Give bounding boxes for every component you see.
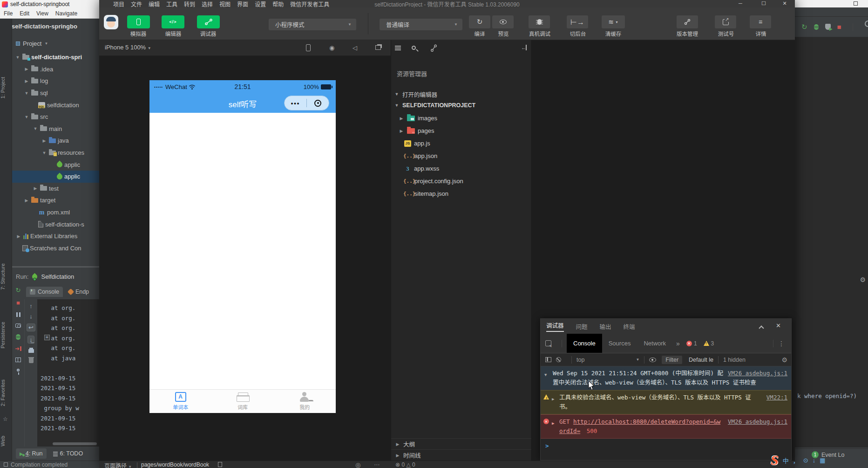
file-list-icon[interactable]: [395, 46, 401, 47]
request-url-link[interactable]: http://localhost:8080/deleteWord?openid=…: [559, 418, 720, 434]
search-icon[interactable]: [412, 46, 416, 50]
print-icon[interactable]: [28, 349, 34, 353]
console-message-warning[interactable]: ▶ VM22:1 工具未校验合法域名、web-view（业务域名）、TLS 版本…: [541, 390, 791, 414]
tree-row-idea[interactable]: ▶.idea: [12, 63, 99, 76]
ime-keyboard-icon[interactable]: ▦: [820, 457, 825, 464]
stop-icon[interactable]: ■: [837, 23, 841, 30]
minimize-button[interactable]: ─: [733, 0, 747, 7]
section-project[interactable]: ▼SELFDICTATIONPROJECT: [391, 100, 531, 111]
rerun-icon[interactable]: ↻: [801, 23, 807, 30]
rerun-icon[interactable]: ↻: [16, 287, 21, 293]
device-rotate-icon[interactable]: [306, 44, 311, 51]
layout-icon[interactable]: [15, 358, 21, 362]
ime-punct-icon[interactable]: ，: [793, 456, 799, 465]
tree-row-selfdictation-sql[interactable]: selfdictation: [12, 99, 99, 111]
menu-select[interactable]: 选择: [202, 0, 213, 8]
ellipsis-icon[interactable]: ⋯: [374, 461, 380, 468]
record-dot-icon[interactable]: ◎: [355, 461, 360, 468]
debugger-toggle-button[interactable]: [197, 15, 220, 28]
git-branch-icon[interactable]: [430, 44, 437, 52]
menu-interface[interactable]: 界面: [237, 0, 248, 8]
clear-cache-button[interactable]: ≋▼: [602, 15, 625, 28]
menu-navigate[interactable]: Navigate: [55, 10, 77, 17]
menu-view[interactable]: View: [36, 10, 48, 17]
test-account-button[interactable]: [715, 15, 736, 28]
sidebar-tab-structure[interactable]: 7: Structure: [0, 263, 12, 290]
tab-problems[interactable]: 问题: [576, 322, 588, 331]
tree-row-external-libraries[interactable]: ▶External Libraries: [12, 230, 99, 242]
dump-threads-icon[interactable]: [15, 323, 21, 328]
close-icon[interactable]: ✕: [776, 322, 781, 329]
ime-emoji-icon[interactable]: ⊙: [803, 457, 808, 464]
tree-row-application-1[interactable]: applic: [12, 158, 99, 171]
debug-icon[interactable]: [814, 24, 819, 30]
real-device-debug-button[interactable]: [529, 15, 550, 28]
inspect-icon[interactable]: [545, 340, 551, 346]
menu-file[interactable]: 文件: [131, 0, 142, 8]
star-icon[interactable]: ☆: [3, 416, 8, 422]
ime-mic-icon[interactable]: ↓: [813, 457, 816, 464]
source-link[interactable]: VM26 asdebug.js:1: [728, 417, 787, 427]
phone-screen[interactable]: ••••• WeChat 21:51 100% self听写 •••: [149, 80, 336, 413]
breadcrumb[interactable]: self-dictation-springbo: [2, 21, 99, 32]
console-prompt[interactable]: >: [541, 439, 791, 454]
down-stack-icon[interactable]: ↓: [29, 313, 33, 319]
menu-settings[interactable]: 设置: [255, 0, 266, 8]
tab-endpoints[interactable]: Endp: [65, 287, 93, 297]
menu-edit[interactable]: 编辑: [149, 0, 160, 8]
tree-row-test[interactable]: ▶test: [12, 183, 99, 195]
section-outline[interactable]: ▶大纲: [391, 438, 531, 449]
exit-icon[interactable]: ➜: [15, 346, 21, 351]
multi-window-icon[interactable]: [375, 45, 381, 50]
tree-row-root[interactable]: ▼self-dictation-spri: [12, 51, 99, 63]
menu-goto[interactable]: 转到: [184, 0, 195, 8]
restart-debug-icon[interactable]: [16, 334, 20, 340]
tab-run[interactable]: ▶4: Run: [16, 448, 47, 459]
more-dots-icon[interactable]: •••: [285, 100, 306, 107]
collapse-icon[interactable]: [759, 325, 764, 330]
collapse-panel-icon[interactable]: ←: [521, 45, 527, 50]
tree-row-src[interactable]: ▼src: [12, 111, 99, 123]
pin-icon[interactable]: [17, 369, 20, 372]
log-level-dropdown[interactable]: Default le: [689, 357, 713, 363]
devtools-tab-sources[interactable]: Sources: [602, 334, 637, 353]
exit-target-icon[interactable]: [307, 100, 329, 107]
page-path-selector[interactable]: 页面路径 ▼: [104, 461, 132, 468]
file-row-sitemap[interactable]: {..}sitemap.json: [391, 187, 531, 200]
profiler-icon[interactable]: [865, 21, 868, 27]
tab-wordbook[interactable]: A单词本: [149, 390, 211, 413]
toolwindow-toggle-icon[interactable]: [4, 462, 8, 467]
tab-output[interactable]: 输出: [600, 322, 611, 331]
error-counter[interactable]: ✕1: [686, 340, 697, 347]
run-console-output[interactable]: at org. at org. at org. at org. at org. …: [37, 299, 99, 447]
up-stack-icon[interactable]: ↑: [29, 303, 33, 309]
file-row-appwxss[interactable]: 3app.wxss: [391, 162, 531, 175]
menu-edit[interactable]: Edit: [20, 10, 29, 17]
tree-row-target[interactable]: ▶target: [12, 194, 99, 206]
tree-row-resources[interactable]: ▼resources: [12, 147, 99, 159]
tree-row-sql[interactable]: ▼sql: [12, 87, 99, 99]
ime-lang-icon[interactable]: 中: [783, 456, 789, 465]
problems-counters[interactable]: ⊗ 0 △ 0: [395, 461, 415, 468]
sidebar-tab-web[interactable]: Web: [0, 436, 12, 446]
soft-wrap-icon[interactable]: ↩: [27, 323, 35, 331]
menu-help[interactable]: 帮助: [272, 0, 284, 8]
tree-row-pom[interactable]: mpom.xml: [12, 206, 99, 219]
file-row-appjs[interactable]: JSapp.js: [391, 137, 531, 150]
project-panel-header[interactable]: Project ▼: [16, 38, 48, 48]
tree-row-self-dictation-file[interactable]: self-dictation-s: [12, 218, 99, 230]
section-open-editors[interactable]: ▼打开的编辑器: [391, 89, 531, 100]
coverage-icon[interactable]: [825, 24, 831, 30]
gear-icon[interactable]: ⚙: [781, 356, 787, 364]
file-row-pages[interactable]: ▶pages: [391, 124, 531, 137]
sidebar-tab-project[interactable]: 1: Project: [0, 77, 12, 98]
kebab-menu-icon[interactable]: ⋮: [778, 340, 785, 347]
compile-mode-dropdown[interactable]: 普通编译▼: [380, 19, 462, 30]
source-link[interactable]: VM26 asdebug.js:1: [728, 369, 787, 378]
tab-lexicon[interactable]: 词库: [211, 390, 273, 413]
tab-mine[interactable]: 我的: [274, 390, 336, 413]
sidebar-tab-persistence[interactable]: Persistence: [0, 322, 12, 348]
menu-devtools[interactable]: 微信开发者工具: [290, 0, 329, 8]
scroll-to-end-icon[interactable]: ↓̲: [27, 336, 34, 344]
gear-icon[interactable]: ⚙: [860, 276, 866, 283]
